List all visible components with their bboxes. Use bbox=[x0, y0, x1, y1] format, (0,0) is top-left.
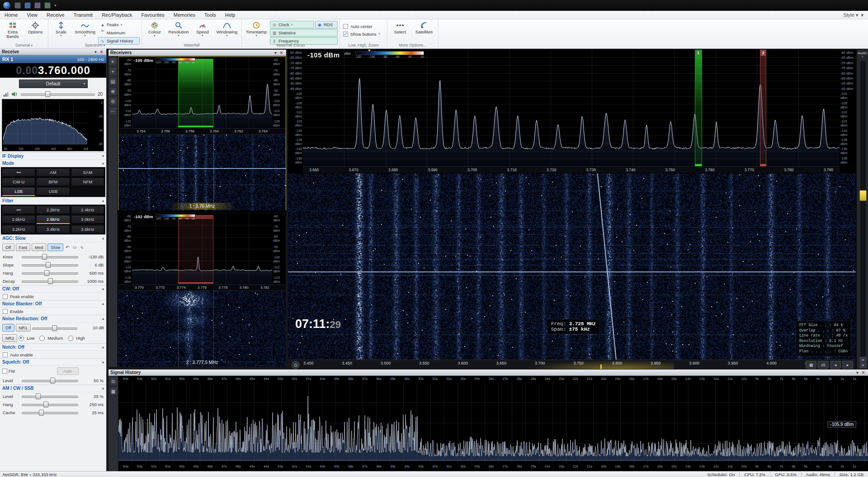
filter-28-button[interactable]: 2.8kHz bbox=[36, 215, 70, 224]
section-mode[interactable]: Mode bbox=[0, 160, 106, 167]
extra-bands-button[interactable]: Extra Bands bbox=[2, 20, 24, 42]
mode-usb-button[interactable]: USB bbox=[36, 187, 70, 196]
rx2-waterfall[interactable]: 2 : 3.777.5 MHz bbox=[118, 291, 286, 367]
nb-enable-checkbox[interactable]: Enable bbox=[0, 308, 106, 315]
signal-history-plot[interactable]: 54s53s52s51s50s49s48s47s46s45s44s43s42s4… bbox=[118, 376, 868, 471]
tab-help[interactable]: Help bbox=[221, 11, 240, 19]
sh-options-icon[interactable]: ▦ bbox=[109, 387, 118, 395]
agc-fast-button[interactable]: Fast bbox=[16, 243, 30, 251]
receiver-2-panel[interactable]: -60 dBm-70 dBm-80 dBm-90 dBm-100 dBm-110… bbox=[118, 213, 286, 366]
filter-more-button[interactable]: ••• bbox=[2, 206, 35, 214]
add-receiver-icon[interactable]: + bbox=[109, 67, 117, 75]
filter-36-button[interactable]: 3.6kHz bbox=[71, 225, 104, 234]
select-button[interactable]: Select bbox=[389, 20, 411, 42]
maximum-menu-item[interactable]: ▔ Maximum bbox=[98, 29, 140, 37]
receivers-zoom-out-icon[interactable]: ⊖ bbox=[109, 97, 117, 105]
mode-lsb-button[interactable]: LSB bbox=[2, 187, 35, 196]
speaker-icon[interactable] bbox=[12, 92, 18, 97]
agc-knee-slider[interactable] bbox=[22, 254, 78, 259]
statistics-toggle[interactable]: ▥ Statistics bbox=[270, 29, 338, 37]
receivers-zoom-in-icon[interactable]: ⊕ bbox=[109, 87, 117, 95]
mode-more-button[interactable]: ••• bbox=[2, 168, 35, 177]
receiver-1-panel[interactable]: -60 dBm-70 dBm-80 dBm-90 dBm-100 dBm-110… bbox=[118, 56, 286, 210]
quick-save-icon[interactable] bbox=[14, 2, 21, 9]
filter-24-button[interactable]: 2.4kHz bbox=[71, 206, 104, 214]
filter-32-button[interactable]: 3.2kHz bbox=[2, 225, 35, 234]
section-notch[interactable]: Notch: Off bbox=[0, 343, 106, 351]
tab-favourites[interactable]: Favourites bbox=[137, 11, 169, 19]
timestamp-button[interactable]: Timestamp bbox=[244, 20, 269, 42]
section-noise-blanker[interactable]: Noise Blanker: Off bbox=[0, 300, 106, 308]
agc-hang-slider[interactable] bbox=[22, 270, 78, 276]
windowing-button[interactable]: Windowing bbox=[214, 20, 240, 42]
quick-open-icon[interactable] bbox=[24, 2, 31, 9]
scale-center-button[interactable]: ⊙ bbox=[292, 361, 300, 369]
colour-button[interactable]: Colour bbox=[144, 20, 165, 42]
filter-34-button[interactable]: 3.4kHz bbox=[36, 225, 70, 234]
tab-home[interactable]: Home bbox=[0, 11, 22, 19]
audio-level-handle[interactable] bbox=[859, 190, 867, 201]
agc-slope-slider[interactable] bbox=[22, 262, 78, 267]
agc-off-button[interactable]: Off bbox=[2, 243, 14, 251]
sh-target-icon[interactable]: ⊙ bbox=[109, 377, 118, 385]
mode-cwu-button[interactable]: CW-U bbox=[2, 178, 35, 186]
scale-zoom-button[interactable]: x5 bbox=[818, 361, 829, 369]
quick-access-caret-icon[interactable] bbox=[54, 3, 57, 8]
show-buttons-checkbox[interactable]: Show buttons bbox=[342, 30, 385, 37]
clock-toggle[interactable]: ◷ Clock bbox=[270, 21, 314, 28]
nr-off-button[interactable]: Off bbox=[2, 324, 14, 332]
options-button[interactable]: Options bbox=[24, 20, 46, 42]
mode-am-button[interactable]: AM bbox=[36, 168, 70, 177]
rx1-waterfall-canvas[interactable] bbox=[118, 135, 286, 210]
main-spectrum-canvas[interactable] bbox=[303, 50, 840, 166]
section-squelch[interactable]: Squelch: Off bbox=[0, 358, 106, 366]
mode-bfm-button[interactable]: BFM bbox=[36, 178, 70, 186]
nr2-medium-radio-icon[interactable] bbox=[39, 336, 45, 341]
filter-22-button[interactable]: 2.2kHz bbox=[36, 206, 70, 214]
section-if-display[interactable]: IF Display bbox=[0, 152, 106, 160]
receivers-display-options-icon[interactable]: ▤ bbox=[109, 77, 117, 85]
section-noise-reduction[interactable]: Noise Reduction: Off bbox=[0, 315, 106, 323]
quick-audio-icon[interactable] bbox=[44, 2, 51, 9]
notch-auto-checkbox[interactable]: Auto enable bbox=[0, 351, 106, 358]
nr-slider[interactable] bbox=[32, 325, 77, 331]
section-filter[interactable]: Filter bbox=[0, 197, 106, 205]
receivers-panel-menu-icon[interactable] bbox=[273, 51, 278, 55]
section-am-cw-ssb[interactable]: AM / CW / SSB bbox=[0, 384, 106, 392]
smoothing-button[interactable]: Smoothing bbox=[73, 20, 97, 42]
ssb-level-slider[interactable] bbox=[22, 393, 78, 399]
satellites-button[interactable]: Satellites bbox=[412, 20, 436, 42]
level-meter-icon[interactable] bbox=[4, 92, 9, 97]
audio-level-track[interactable] bbox=[861, 61, 865, 357]
audio-spectrum-canvas[interactable] bbox=[3, 101, 87, 145]
volume-slider[interactable] bbox=[21, 91, 95, 97]
audio-strip-up-icon[interactable] bbox=[859, 356, 867, 363]
scale-left-icon[interactable]: ◂ bbox=[830, 361, 841, 369]
receivers-more-icon[interactable]: ⋯ bbox=[109, 107, 117, 115]
peaks-menu-item[interactable]: ▲ Peaks bbox=[98, 21, 140, 28]
tab-tools[interactable]: Tools bbox=[200, 11, 221, 19]
main-spectrum[interactable]: -105 dBm dBm -120-100-80-60-40-20 1 2 bbox=[303, 50, 840, 166]
mode-sam-button[interactable]: SAM bbox=[71, 168, 104, 177]
tab-transmit[interactable]: Transmit bbox=[69, 11, 97, 19]
squelch-fm-box-icon[interactable] bbox=[2, 369, 7, 374]
rx1-spectrum[interactable]: -60 dBm-70 dBm-80 dBm-90 dBm-100 dBm-110… bbox=[118, 57, 286, 128]
signal-history-canvas[interactable] bbox=[118, 382, 868, 463]
tab-memories[interactable]: Memories bbox=[169, 11, 200, 19]
tab-view[interactable]: View bbox=[22, 11, 42, 19]
filter-30-button[interactable]: 3.0kHz bbox=[71, 215, 104, 224]
audio-strip-down-icon[interactable] bbox=[859, 362, 867, 369]
speed-button[interactable]: Speed bbox=[192, 20, 213, 42]
receiver-1-marker[interactable]: 1 bbox=[695, 50, 702, 166]
peak-enable-checkbox[interactable]: Peak enable bbox=[0, 293, 106, 300]
nr2-button[interactable]: NR2 bbox=[2, 334, 17, 342]
resolution-button[interactable]: Resolution bbox=[166, 20, 191, 42]
agc-monitor-icon[interactable]: ▭ bbox=[71, 245, 77, 250]
tab-rec-playback[interactable]: Rec/Playback bbox=[97, 11, 137, 19]
ssb-cache-slider[interactable] bbox=[22, 410, 78, 415]
frequency-display[interactable]: 0.003.760.000 bbox=[0, 63, 106, 78]
agc-med-button[interactable]: Med bbox=[32, 243, 46, 251]
nr2-high-radio-icon[interactable] bbox=[68, 336, 73, 341]
receive-panel-close-icon[interactable] bbox=[99, 50, 104, 54]
receivers-menu-icon[interactable]: ≡ bbox=[109, 57, 117, 65]
